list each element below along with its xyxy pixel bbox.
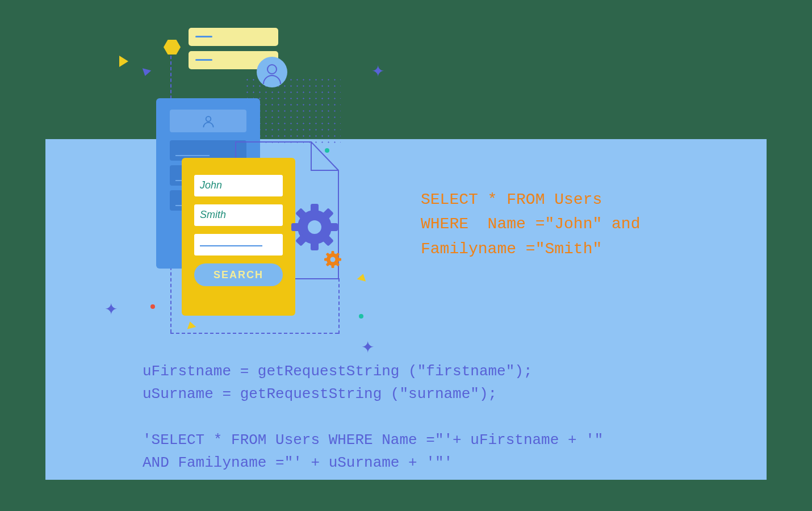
list-item-placeholder xyxy=(189,28,278,46)
svg-point-1 xyxy=(206,116,211,122)
svg-point-7 xyxy=(330,257,336,262)
dot-decoration xyxy=(359,314,363,319)
sql-line: SELECT * FROM Users xyxy=(421,191,602,208)
plus-icon: ✦ xyxy=(104,300,118,319)
code-line: AND Familyname ="' + uSurname + '"' xyxy=(143,454,453,471)
svg-rect-6 xyxy=(332,251,334,255)
plus-icon: ✦ xyxy=(361,338,374,357)
hexagon-icon xyxy=(164,39,181,56)
firstname-input[interactable]: John xyxy=(194,175,283,196)
code-line: uFirstname = getRequestString ("firstnam… xyxy=(143,363,533,380)
extra-input[interactable] xyxy=(194,234,283,256)
small-gear-icon xyxy=(324,251,341,268)
avatar-placeholder xyxy=(170,110,246,132)
surname-value: Smith xyxy=(200,209,226,220)
connector-line xyxy=(338,278,340,334)
code-line: uSurname = getRequestString ("surname"); xyxy=(143,386,497,403)
search-form-card: John Smith SEARCH xyxy=(182,158,295,316)
triangle-icon xyxy=(141,68,152,77)
sql-line: Familyname ="Smith" xyxy=(421,240,602,258)
connector-line xyxy=(170,333,338,334)
user-avatar-icon xyxy=(257,57,287,87)
svg-point-4 xyxy=(308,220,321,234)
plus-icon: ✦ xyxy=(371,62,384,81)
firstname-value: John xyxy=(200,179,222,191)
svg-rect-3 xyxy=(311,204,319,213)
surname-input[interactable]: Smith xyxy=(194,204,283,226)
sql-query-display: SELECT * FROM Users WHERE Name ="John" a… xyxy=(421,187,640,261)
search-button[interactable]: SEARCH xyxy=(194,263,283,286)
gear-icon xyxy=(291,204,338,250)
triangle-icon xyxy=(119,56,128,67)
code-snippet-display: uFirstname = getRequestString ("firstnam… xyxy=(143,360,603,474)
sql-line: WHERE Name ="John" and xyxy=(421,215,640,233)
dot-decoration xyxy=(150,304,155,309)
search-button-label: SEARCH xyxy=(214,269,263,281)
svg-point-0 xyxy=(267,65,277,74)
code-line: 'SELECT * FROM Users WHERE Name ="'+ uFi… xyxy=(143,432,603,449)
